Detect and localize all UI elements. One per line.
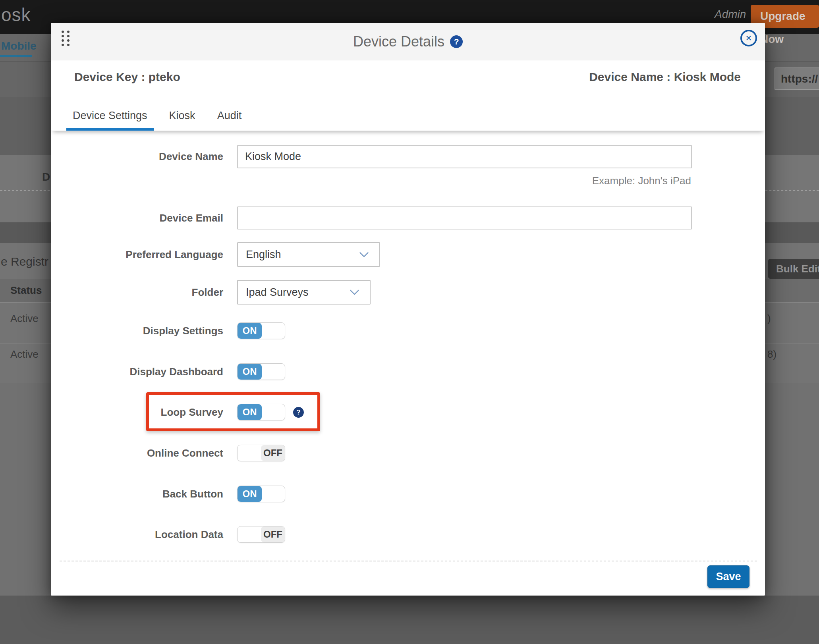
count-cell-fragment: 8) [767,348,777,361]
location-data-label: Location Data [51,526,223,543]
tab-mobile-underline [0,55,32,57]
count-cell-fragment: ) [767,312,771,325]
folder-select[interactable]: Ipad Surveys [237,280,371,305]
device-name-helper-text: Example: John's iPad [237,175,691,187]
device-email-label: Device Email [51,206,223,229]
url-field[interactable]: https:// [775,67,819,90]
online-connect-toggle[interactable]: OFF [237,445,285,461]
display-dashboard-toggle[interactable]: ON [237,363,285,380]
device-name-label: Device Name [51,145,223,168]
preferred-language-value: English [246,243,281,266]
status-cell: Active [10,348,39,361]
display-settings-label: Display Settings [51,322,223,339]
preferred-language-select[interactable]: English [237,242,380,267]
online-connect-label: Online Connect [51,445,223,461]
modal-title: Device Details [353,33,444,50]
chevron-down-icon [350,285,359,295]
tab-kiosk[interactable]: Kiosk [169,110,195,131]
status-column-header: Status [10,284,42,297]
help-icon[interactable]: ? [450,35,463,48]
footer-dashed-divider [60,561,757,561]
close-icon[interactable]: ✕ [740,30,757,46]
preferred-language-label: Preferred Language [51,242,223,267]
device-key-text: Device Key : pteko [74,70,180,84]
bulk-edit-button[interactable]: Bulk Edit [768,259,819,279]
display-settings-toggle[interactable]: ON [237,322,285,339]
device-email-input[interactable] [237,206,692,229]
location-data-toggle[interactable]: OFF [237,526,285,543]
admin-menu[interactable]: Admin [715,8,746,21]
status-cell: Active [10,312,39,325]
modal-tab-bar: Device Settings Kiosk Audit [51,100,765,131]
display-dashboard-label: Display Dashboard [51,363,223,380]
app-logo-fragment: osk [1,4,31,25]
background-page-bottom [0,596,819,644]
loop-survey-toggle[interactable]: ON [237,404,285,420]
tab-device-settings[interactable]: Device Settings [73,110,147,131]
background-page-heading-fragment: e Registr [1,255,48,268]
back-button-label: Back Button [51,486,223,502]
loop-survey-label: Loop Survey [51,404,223,420]
tab-mobile[interactable]: Mobile [1,40,37,52]
save-button[interactable]: Save [707,565,749,588]
background-form-label-fragment: D [42,171,50,183]
folder-value: Ipad Surveys [246,281,309,304]
tab-audit[interactable]: Audit [217,110,242,131]
device-details-modal: Device Details ? ✕ Device Key : pteko De… [51,23,765,596]
back-button-toggle[interactable]: ON [237,486,285,502]
loop-survey-help-icon[interactable]: ? [293,407,304,418]
folder-label: Folder [51,280,223,305]
device-name-text: Device Name : Kiosk Mode [589,70,741,84]
device-name-input[interactable] [237,145,692,168]
chevron-down-icon [359,248,369,257]
modal-header: Device Details ? ✕ [51,23,765,60]
